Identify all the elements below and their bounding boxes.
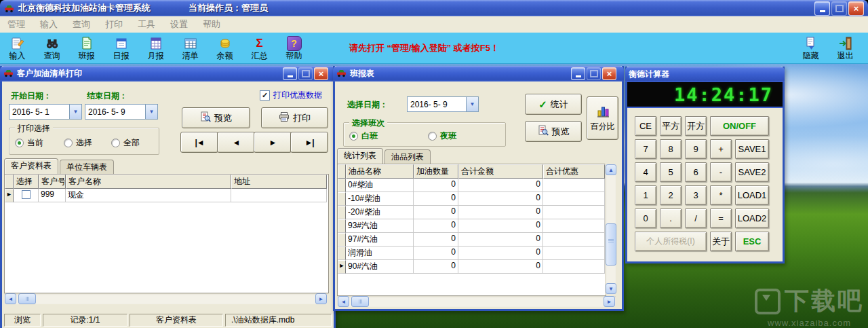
amount-cell[interactable]: 0 bbox=[458, 206, 543, 219]
key-minus[interactable]: - bbox=[710, 162, 732, 182]
oil-name-cell[interactable]: 97#汽油 bbox=[346, 233, 414, 247]
amount-cell[interactable]: 0 bbox=[458, 260, 543, 274]
radio-current[interactable]: 当前 bbox=[15, 137, 43, 149]
key-multiply[interactable]: * bbox=[710, 185, 732, 205]
tab-oil-list[interactable]: 油品列表 bbox=[384, 149, 431, 164]
oil-name-cell[interactable]: 润滑油 bbox=[346, 247, 414, 260]
key-load1[interactable]: LOAD1 bbox=[735, 185, 769, 205]
radio-day-shift[interactable]: 白班 bbox=[349, 130, 378, 142]
menu-item-settings[interactable]: 设置 bbox=[163, 18, 195, 31]
amount-cell[interactable]: 0 bbox=[458, 233, 543, 247]
statistics-button[interactable]: ✓ 统计 bbox=[525, 94, 582, 115]
key-esc[interactable]: ESC bbox=[735, 232, 769, 251]
close-button[interactable]: × bbox=[848, 1, 864, 16]
chevron-down-icon[interactable]: ▼ bbox=[145, 105, 157, 119]
discount-cell[interactable] bbox=[543, 233, 605, 247]
key-6[interactable]: 6 bbox=[685, 162, 707, 182]
key-4[interactable]: 4 bbox=[635, 162, 656, 182]
quantity-cell[interactable]: 0 bbox=[414, 206, 458, 219]
toolbar-button-query[interactable]: 查询 bbox=[35, 36, 69, 60]
discount-cell[interactable] bbox=[543, 206, 605, 219]
toolbar-button-shift-report[interactable]: 班报 bbox=[69, 36, 104, 60]
end-date-combo[interactable]: 2016- 5- 9 ▼ bbox=[85, 104, 158, 120]
oil-name-cell[interactable]: -20#柴油 bbox=[346, 206, 414, 219]
key-7[interactable]: 7 bbox=[635, 139, 656, 159]
discount-cell[interactable] bbox=[543, 179, 605, 192]
customer-no-cell[interactable]: 999 bbox=[39, 189, 66, 202]
close-button[interactable]: × bbox=[314, 67, 328, 80]
discount-cell[interactable] bbox=[543, 192, 605, 206]
key-0[interactable]: 0 bbox=[635, 208, 656, 228]
start-date-combo[interactable]: 2016- 5- 1 ▼ bbox=[9, 104, 82, 120]
menu-item-query[interactable]: 查询 bbox=[65, 18, 98, 31]
main-titlebar[interactable]: 北京衡德科技加油站油卡管理系统 当前操作员：管理员 × bbox=[0, 0, 868, 16]
chevron-down-icon[interactable]: ▼ bbox=[69, 105, 81, 119]
key-sqrt[interactable]: 开方 bbox=[685, 116, 707, 136]
key-5[interactable]: 5 bbox=[660, 162, 682, 182]
key-2[interactable]: 2 bbox=[660, 185, 682, 205]
menu-item-manage[interactable]: 管理 bbox=[0, 18, 33, 31]
key-dot[interactable]: . bbox=[660, 208, 682, 228]
oil-name-cell[interactable]: 93#汽油 bbox=[346, 219, 414, 233]
key-8[interactable]: 8 bbox=[660, 139, 682, 159]
key-1[interactable]: 1 bbox=[635, 185, 656, 205]
scroll-right-icon[interactable]: ► bbox=[604, 296, 615, 307]
key-equals[interactable]: = bbox=[710, 208, 732, 228]
percentage-button[interactable]: 百分比 bbox=[587, 96, 618, 140]
key-income-tax[interactable]: 个人所得税(I) bbox=[635, 232, 707, 251]
radio-all[interactable]: 全部 bbox=[111, 137, 140, 149]
tab-unit-vehicle[interactable]: 单位车辆表 bbox=[60, 160, 114, 174]
quantity-cell[interactable]: 0 bbox=[414, 233, 458, 247]
minimize-button[interactable] bbox=[571, 67, 585, 80]
key-load2[interactable]: LOAD2 bbox=[735, 208, 769, 228]
shift-window-titlebar[interactable]: 班报表 × bbox=[333, 66, 624, 81]
key-save2[interactable]: SAVE2 bbox=[735, 162, 769, 182]
quantity-cell[interactable]: 0 bbox=[414, 247, 458, 260]
scroll-right-icon[interactable]: ► bbox=[315, 293, 327, 304]
toolbar-button-hide[interactable]: 隐藏 bbox=[793, 36, 828, 60]
oil-name-cell[interactable]: 0#柴油 bbox=[346, 179, 414, 192]
maximize-button[interactable] bbox=[587, 67, 601, 80]
discount-cell[interactable] bbox=[543, 247, 605, 260]
nav-first-button[interactable]: |◄ bbox=[180, 132, 218, 153]
scroll-down-icon[interactable]: ▼ bbox=[606, 283, 616, 294]
key-ce[interactable]: CE bbox=[635, 116, 656, 136]
print-window-titlebar[interactable]: 客户加油清单打印 × bbox=[0, 66, 336, 81]
scrollbar-thumb[interactable] bbox=[606, 223, 616, 266]
amount-cell[interactable]: 0 bbox=[458, 247, 543, 260]
print-button[interactable]: 打印 bbox=[261, 107, 328, 128]
menu-item-help[interactable]: 帮助 bbox=[195, 18, 228, 31]
menu-item-tools[interactable]: 工具 bbox=[130, 18, 163, 31]
minimize-button[interactable] bbox=[283, 67, 297, 80]
preview-button[interactable]: 预览 bbox=[525, 121, 582, 142]
quantity-cell[interactable]: 0 bbox=[414, 260, 458, 274]
maximize-button[interactable] bbox=[298, 67, 313, 80]
scrollbar-thumb[interactable] bbox=[351, 296, 369, 307]
print-discount-checkbox[interactable]: ✓ 打印优惠数据 bbox=[260, 90, 322, 101]
scroll-up-icon[interactable]: ▲ bbox=[606, 164, 616, 175]
amount-cell[interactable]: 0 bbox=[458, 192, 543, 206]
tab-statistics-list[interactable]: 统计列表 bbox=[337, 148, 383, 164]
tab-customer-data[interactable]: 客户资料表 bbox=[4, 158, 58, 174]
radio-select[interactable]: 选择 bbox=[64, 137, 92, 149]
nav-last-button[interactable]: ►| bbox=[290, 132, 328, 153]
nav-prev-button[interactable]: ◄ bbox=[217, 132, 255, 153]
scroll-left-icon[interactable]: ◄ bbox=[5, 293, 16, 304]
nav-next-button[interactable]: ► bbox=[254, 132, 292, 153]
select-cell[interactable] bbox=[14, 189, 39, 202]
scroll-left-icon[interactable]: ◄ bbox=[338, 296, 349, 307]
minimize-button[interactable] bbox=[814, 1, 830, 16]
oil-name-cell[interactable]: 90#汽油 bbox=[346, 260, 414, 274]
chevron-down-icon[interactable]: ▼ bbox=[466, 97, 478, 111]
address-cell[interactable] bbox=[231, 189, 327, 202]
key-onoff[interactable]: ON/OFF bbox=[710, 116, 769, 136]
key-3[interactable]: 3 bbox=[685, 185, 707, 205]
toolbar-button-exit[interactable]: 退出 bbox=[828, 36, 863, 60]
key-about[interactable]: 关于 bbox=[710, 232, 732, 251]
scrollbar-thumb[interactable] bbox=[18, 293, 36, 304]
checkbox-checked-icon[interactable]: ✓ bbox=[260, 90, 270, 101]
calculator-titlebar[interactable]: 衡德计算器 bbox=[625, 67, 785, 82]
key-plus[interactable]: + bbox=[710, 139, 732, 159]
menu-item-print[interactable]: 打印 bbox=[98, 18, 130, 31]
key-square[interactable]: 平方 bbox=[660, 116, 682, 136]
